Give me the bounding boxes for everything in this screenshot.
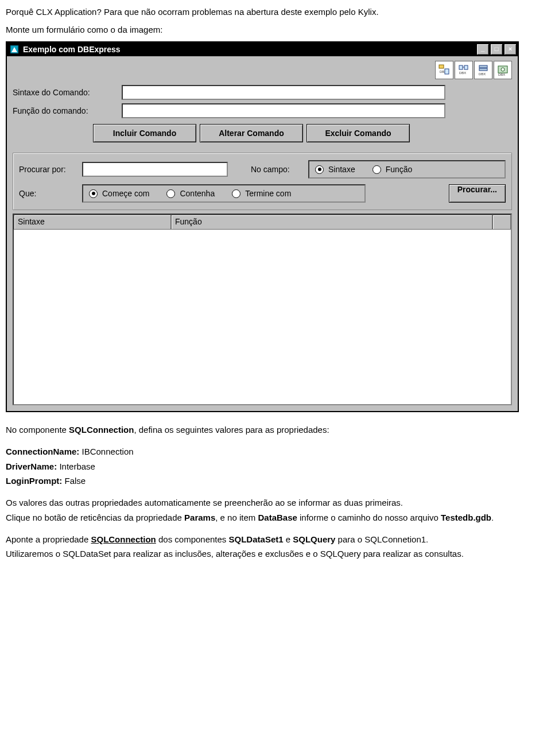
alterar-button[interactable]: Alterar Comando <box>200 124 303 142</box>
result-grid[interactable]: Sintaxe Função <box>13 214 512 405</box>
radio-que-comece-label: Começe com <box>102 189 149 198</box>
svg-rect-2 <box>439 65 444 68</box>
incluir-button[interactable]: Incluir Comando <box>93 124 196 142</box>
search-panel: Procurar por: No campo: Sintaxe Função Q… <box>13 153 512 210</box>
maximize-button[interactable]: □ <box>490 44 503 55</box>
radio-que-contenha[interactable]: Contenha <box>166 189 215 198</box>
dbx-provider-icon[interactable]: DBX <box>494 61 512 79</box>
radio-campo-sintaxe-label: Sintaxe <box>328 165 355 174</box>
grid-header-funcao[interactable]: Função <box>171 215 492 230</box>
radio-que-termine-label: Termine com <box>245 189 291 198</box>
prop-drivername: DriverName: Interbase <box>6 460 545 473</box>
svg-text:DBX: DBX <box>479 72 486 76</box>
dbx-dataset-icon[interactable]: DBX <box>455 61 473 79</box>
svg-rect-10 <box>479 68 487 71</box>
prop-loginprompt: LoginPrompt: False <box>6 475 545 487</box>
svg-rect-9 <box>479 65 487 68</box>
titlebar: Exemplo com DBExpress _ □ × <box>7 42 518 56</box>
grid-header-spacer <box>492 215 511 230</box>
radio-que-contenha-label: Contenha <box>180 189 215 198</box>
radio-dot-icon <box>315 165 324 174</box>
svg-text:DBX: DBX <box>498 73 505 76</box>
procurar-button[interactable]: Procurar... <box>449 184 506 203</box>
grid-header-sintaxe[interactable]: Sintaxe <box>14 215 171 230</box>
radio-que-termine[interactable]: Termine com <box>232 189 291 198</box>
intro-line-2: Monte um formulário como o da imagem: <box>6 24 545 36</box>
radio-campo-funcao-label: Função <box>386 165 413 174</box>
label-no-campo: No campo: <box>251 165 308 174</box>
form-window: Exemplo com DBExpress _ □ × DBX DBX DBX … <box>6 41 519 412</box>
window-title: Exemplo com DBExpress <box>23 45 476 54</box>
dbx-query-icon[interactable]: DBX <box>474 61 492 79</box>
input-procurar-por[interactable] <box>82 162 228 177</box>
app-icon <box>9 44 20 55</box>
radio-dot-icon <box>89 189 98 198</box>
radio-campo-funcao[interactable]: Função <box>372 165 413 174</box>
radio-campo-sintaxe[interactable]: Sintaxe <box>315 165 355 174</box>
excluir-button[interactable]: Excluir Comando <box>306 124 410 142</box>
svg-rect-4 <box>445 69 449 74</box>
close-button[interactable]: × <box>504 44 517 55</box>
after-p5: Utilizaremos o SQLDataSet para realizar … <box>6 548 545 560</box>
prop-connectionname: ConnectionName: IBConnection <box>6 445 545 458</box>
label-funcao: Função do comando: <box>13 106 122 115</box>
dbx-connection-icon[interactable]: DBX <box>435 61 453 79</box>
svg-rect-6 <box>464 65 468 69</box>
svg-text:DBX: DBX <box>459 71 466 75</box>
radio-dot-icon <box>166 189 175 198</box>
after-p4: Aponte a propriedade SQLConnection dos c… <box>6 533 545 546</box>
after-p3: Clique no botão de reticências da propri… <box>6 511 545 524</box>
intro-line-1: Porquê CLX Application? Para que não oco… <box>6 6 545 18</box>
radio-que-comece[interactable]: Começe com <box>89 189 149 198</box>
grid-body <box>14 230 511 404</box>
input-sintaxe[interactable] <box>122 85 445 100</box>
after-p1: No componente SQLConnection, defina os s… <box>6 424 545 436</box>
radio-dot-icon <box>372 165 381 174</box>
after-p2: Os valores das outras propriedades autom… <box>6 497 545 509</box>
label-sintaxe: Sintaxe do Comando: <box>13 88 122 97</box>
minimize-button[interactable]: _ <box>476 44 489 55</box>
svg-point-13 <box>501 68 505 71</box>
label-procurar-por: Procurar por: <box>19 165 82 174</box>
label-que: Que: <box>19 184 82 198</box>
radio-dot-icon <box>232 189 240 198</box>
component-tray: DBX DBX DBX DBX <box>13 61 512 79</box>
input-funcao[interactable] <box>122 103 445 118</box>
svg-rect-5 <box>459 65 463 69</box>
